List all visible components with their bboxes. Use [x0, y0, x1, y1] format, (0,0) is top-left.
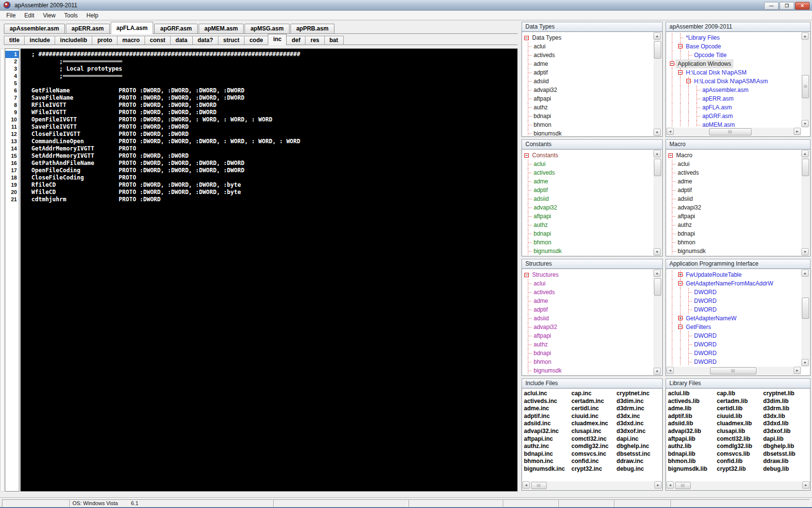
- menu-item-help[interactable]: Help: [82, 11, 103, 20]
- tree-item[interactable]: aftpapi: [524, 94, 652, 103]
- section-tab-def[interactable]: def: [286, 36, 305, 45]
- line-number[interactable]: 10: [5, 116, 19, 123]
- tree-item[interactable]: adptif: [524, 186, 652, 194]
- file-list-item[interactable]: cryptnet.lib: [763, 390, 809, 398]
- line-number[interactable]: 7: [5, 94, 19, 102]
- tree-item[interactable]: bhmon: [524, 238, 652, 247]
- menu-item-edit[interactable]: Edit: [20, 11, 39, 20]
- tree-item[interactable]: −Constants: [524, 151, 652, 160]
- file-list-item[interactable]: adme.inc: [524, 405, 571, 413]
- file-tab-apprb-asm[interactable]: apPRB.asm: [290, 24, 334, 33]
- tree-item[interactable]: authz: [524, 103, 652, 112]
- scroll-up-button[interactable]: ▲: [801, 269, 809, 277]
- tree-item[interactable]: apGRF.asm: [668, 112, 800, 120]
- line-number[interactable]: 15: [5, 152, 19, 160]
- line-number[interactable]: 3: [5, 65, 19, 73]
- section-tab-include[interactable]: include: [24, 36, 55, 45]
- scrollbar-thumb[interactable]: [654, 278, 661, 296]
- line-number[interactable]: 16: [5, 160, 19, 167]
- file-list-item[interactable]: clusapi.lib: [717, 428, 763, 435]
- tree-item[interactable]: apFLA.asm: [668, 103, 800, 112]
- tree-item[interactable]: adsiid: [524, 314, 652, 323]
- menu-item-view[interactable]: View: [39, 11, 60, 20]
- code-editor[interactable]: ; ######################################…: [20, 48, 518, 492]
- scrollbar-thumb[interactable]: [802, 298, 809, 319]
- file-list-item[interactable]: comctl32.lib: [717, 435, 763, 443]
- tree-item[interactable]: bignumsdk: [524, 247, 652, 255]
- file-list-item[interactable]: debug.lib: [763, 465, 809, 473]
- collapse-icon[interactable]: −: [670, 61, 674, 66]
- file-list-item[interactable]: adptif.inc: [524, 413, 571, 420]
- file-list-item[interactable]: certidl.inc: [571, 405, 616, 413]
- file-tab-apmsg-asm[interactable]: apMSG.asm: [245, 24, 290, 33]
- tree-item[interactable]: DWORD: [668, 340, 800, 349]
- vertical-scrollbar[interactable]: ▲▼: [801, 269, 810, 366]
- horizontal-scrollbar[interactable]: ◄►: [667, 367, 801, 375]
- scroll-up-button[interactable]: ▲: [653, 32, 661, 40]
- tree-item[interactable]: advapi32: [524, 323, 652, 331]
- file-list-item[interactable]: dbghelp.lib: [763, 443, 809, 450]
- file-tab-apfla-asm[interactable]: apFLA.asm: [111, 22, 154, 34]
- line-number[interactable]: 20: [5, 189, 19, 196]
- tree-item[interactable]: activeds: [668, 168, 800, 177]
- file-list-item[interactable]: bignumsdk.inc: [524, 465, 571, 473]
- tree-item[interactable]: bhmon: [524, 358, 652, 366]
- scroll-down-button[interactable]: ▼: [801, 248, 809, 255]
- scrollbar-thumb[interactable]: [531, 482, 547, 489]
- file-list-item[interactable]: adptif.lib: [668, 413, 717, 420]
- restore-button[interactable]: ❐: [780, 2, 794, 10]
- line-number[interactable]: 9: [5, 109, 19, 116]
- collapse-icon[interactable]: −: [678, 44, 682, 48]
- file-list-item[interactable]: bhmon.inc: [524, 458, 571, 465]
- tree-item[interactable]: bdnapi: [668, 229, 800, 238]
- tree-item[interactable]: DWORD: [668, 358, 800, 366]
- section-tab-title[interactable]: title: [4, 36, 25, 45]
- file-list-item[interactable]: confid.lib: [717, 458, 763, 465]
- tree-item[interactable]: authz: [524, 340, 652, 349]
- tree-item[interactable]: aftpapi: [668, 212, 800, 221]
- section-tab-inc[interactable]: inc: [268, 34, 287, 45]
- tree-item[interactable]: DWORD: [668, 288, 800, 297]
- tree-item[interactable]: adme: [524, 177, 652, 186]
- tree-item[interactable]: aftpapi: [524, 331, 652, 340]
- tree-item[interactable]: −H:\Local Disk N\apASM\Asm: [668, 77, 800, 86]
- file-list-item[interactable]: d3dim.lib: [763, 398, 809, 405]
- tree-item[interactable]: −Application Windows: [668, 60, 800, 68]
- scroll-left-button[interactable]: ◄: [667, 481, 674, 489]
- file-list-item[interactable]: d3drm.lib: [763, 405, 809, 413]
- scroll-down-button[interactable]: ▼: [653, 129, 661, 136]
- tree-item[interactable]: aclui: [524, 160, 652, 168]
- tree-item[interactable]: −Base Opcode: [668, 42, 800, 51]
- tree-item[interactable]: bignumsdk: [524, 366, 652, 374]
- vertical-scrollbar[interactable]: ▲▼: [801, 150, 810, 255]
- tree-item[interactable]: −GetAdapterNameFromMacAddrW: [668, 279, 800, 288]
- file-list-item[interactable]: ddraw.inc: [617, 458, 661, 465]
- line-number[interactable]: 12: [5, 131, 19, 138]
- file-list-item[interactable]: ciuuid.inc: [571, 413, 616, 420]
- close-button[interactable]: ✕: [795, 2, 810, 10]
- vertical-scrollbar[interactable]: ▲▼: [653, 150, 662, 255]
- file-list-item[interactable]: d3dx.inc: [617, 413, 661, 420]
- file-list-item[interactable]: cluadmex.lib: [717, 420, 763, 428]
- section-tab-const[interactable]: const: [145, 36, 171, 45]
- tree-item[interactable]: DWORD: [668, 305, 800, 314]
- file-list-item[interactable]: ddraw.lib: [763, 458, 809, 465]
- tree-item[interactable]: adsiid: [524, 77, 652, 86]
- scroll-right-button[interactable]: ►: [654, 481, 662, 489]
- tree-item[interactable]: −Structures: [524, 270, 652, 279]
- tree-item[interactable]: bhmon: [524, 120, 652, 129]
- file-list-item[interactable]: adsiid.lib: [668, 420, 717, 428]
- section-tab-struct[interactable]: struct: [218, 36, 245, 45]
- tree-item[interactable]: advapi32: [668, 203, 800, 212]
- tree-item[interactable]: advapi32: [524, 86, 652, 94]
- vertical-scrollbar[interactable]: ▲▼: [801, 32, 810, 127]
- file-tab-apassembler-asm[interactable]: apAssembler.asm: [4, 24, 65, 33]
- scrollbar-thumb[interactable]: [802, 159, 809, 176]
- file-list-item[interactable]: aclui.lib: [668, 390, 717, 398]
- tree-item[interactable]: bdnapi: [524, 229, 652, 238]
- file-list-item[interactable]: d3dxd.lib: [763, 420, 809, 428]
- scroll-right-button[interactable]: ►: [802, 481, 810, 489]
- tree-item[interactable]: DWORD: [668, 349, 800, 358]
- tree-item[interactable]: advapi32: [524, 203, 652, 212]
- file-list-item[interactable]: adsiid.inc: [524, 420, 571, 428]
